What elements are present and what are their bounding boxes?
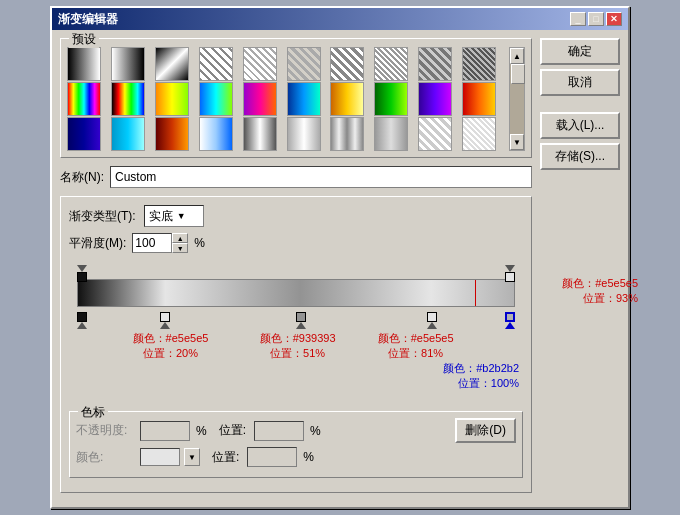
preset-content: ▲ ▼: [67, 47, 525, 151]
titlebar: 渐变编辑器 _ □ ✕: [52, 8, 628, 30]
smoothness-spin-arrows: ▲ ▼: [172, 233, 188, 253]
smoothness-spin-up[interactable]: ▲: [172, 233, 188, 243]
color-stop-100[interactable]: [505, 312, 515, 329]
preset-item-0[interactable]: [67, 47, 101, 81]
scroll-up-arrow[interactable]: ▲: [510, 48, 524, 64]
color-section-group: 色标 不透明度: % 位置: % 删除(D): [69, 411, 523, 478]
preset-item-25[interactable]: [287, 117, 321, 151]
opacity-unit: %: [196, 424, 207, 438]
preset-item-13[interactable]: [199, 82, 233, 116]
titlebar-buttons: _ □ ✕: [570, 12, 622, 26]
window-content: 预设 ▲ ▼ 名称(N):: [52, 30, 628, 507]
preset-item-10[interactable]: [67, 82, 101, 116]
scroll-thumb[interactable]: [511, 64, 525, 84]
name-row: 名称(N):: [60, 166, 532, 188]
color-swatch-arrow[interactable]: ▼: [184, 448, 200, 466]
stop-annotation-100: 颜色：#b2b2b2 位置：100%: [443, 361, 519, 391]
preset-item-4[interactable]: [243, 47, 277, 81]
smoothness-unit: %: [194, 236, 205, 250]
smoothness-input[interactable]: [132, 233, 172, 253]
preset-grid: [67, 47, 505, 151]
gradient-type-arrow: ▼: [177, 211, 186, 221]
gradient-editor-window: 渐变编辑器 _ □ ✕ 预设 ▲: [50, 6, 630, 509]
top-annotation: 颜色：#e5e5e5 位置：93%: [562, 276, 638, 306]
color-stop-20[interactable]: [160, 312, 170, 329]
maximize-button[interactable]: □: [588, 12, 604, 26]
color-stop-0[interactable]: [77, 312, 87, 329]
opacity-pos-input[interactable]: [254, 421, 304, 441]
ok-button[interactable]: 确定: [540, 38, 620, 65]
smoothness-spinbox: ▲ ▼: [132, 233, 188, 253]
color-stop-81[interactable]: [427, 312, 437, 329]
preset-item-16[interactable]: [330, 82, 364, 116]
preset-item-3[interactable]: [199, 47, 233, 81]
preset-item-18[interactable]: [418, 82, 452, 116]
color-pos-unit: %: [303, 450, 314, 464]
preset-item-19[interactable]: [462, 82, 496, 116]
preset-item-9[interactable]: [462, 47, 496, 81]
preset-item-14[interactable]: [243, 82, 277, 116]
preset-item-7[interactable]: [374, 47, 408, 81]
color-stops-area: [77, 307, 515, 331]
gradient-type-value: 实底: [149, 208, 173, 225]
preset-item-2[interactable]: [155, 47, 189, 81]
minimize-button[interactable]: _: [570, 12, 586, 26]
opacity-pos-unit: %: [310, 424, 321, 438]
preset-item-21[interactable]: [111, 117, 145, 151]
color-swatch[interactable]: [140, 448, 180, 466]
gradient-type-row: 渐变类型(T): 实底 ▼: [69, 205, 523, 227]
gradient-bar-container: 颜色：#e5e5e5 位置：20% 颜色：#939393 位置：51% 颜色：#…: [69, 261, 523, 381]
preset-item-22[interactable]: [155, 117, 189, 151]
gradient-preview[interactable]: [77, 279, 515, 307]
smoothness-spin-down[interactable]: ▼: [172, 243, 188, 253]
load-button[interactable]: 载入(L)...: [540, 112, 620, 139]
preset-item-6[interactable]: [330, 47, 364, 81]
preset-item-1[interactable]: [111, 47, 145, 81]
close-button[interactable]: ✕: [606, 12, 622, 26]
scroll-down-arrow[interactable]: ▼: [510, 134, 524, 150]
scroll-track: [510, 64, 524, 134]
preset-item-26[interactable]: [330, 117, 364, 151]
window-title: 渐变编辑器: [58, 11, 118, 28]
preset-group: 预设 ▲ ▼: [60, 38, 532, 158]
preset-item-23[interactable]: [199, 117, 233, 151]
color-form-row: 颜色: ▼ 位置: %: [76, 447, 516, 467]
preset-item-15[interactable]: [287, 82, 321, 116]
opacity-stops-area: [77, 261, 515, 279]
color-pos-input[interactable]: [247, 447, 297, 467]
stop-annotation-81: 颜色：#e5e5e5 位置：81%: [378, 331, 454, 361]
section-legend: 色标: [78, 404, 108, 421]
stop-annotation-20: 颜色：#e5e5e5 位置：20%: [133, 331, 209, 361]
color-stop-51[interactable]: [296, 312, 306, 329]
preset-item-27[interactable]: [374, 117, 408, 151]
preset-item-5[interactable]: [287, 47, 321, 81]
opacity-pos-label: 位置:: [219, 422, 246, 439]
preset-item-20[interactable]: [67, 117, 101, 151]
main-panel: 预设 ▲ ▼ 名称(N):: [60, 38, 532, 499]
preset-item-28[interactable]: [418, 117, 452, 151]
preset-item-12[interactable]: [155, 82, 189, 116]
preset-item-11[interactable]: [111, 82, 145, 116]
opacity-label: 不透明度:: [76, 422, 136, 439]
preset-item-24[interactable]: [243, 117, 277, 151]
opacity-form-row: 不透明度: % 位置: % 删除(D): [76, 418, 516, 443]
selected-stop-line: [475, 280, 476, 306]
gradient-type-select[interactable]: 实底 ▼: [144, 205, 204, 227]
name-label: 名称(N):: [60, 169, 104, 186]
preset-item-17[interactable]: [374, 82, 408, 116]
color-label: 颜色:: [76, 449, 136, 466]
preset-item-8[interactable]: [418, 47, 452, 81]
name-input[interactable]: [110, 166, 532, 188]
cancel-button[interactable]: 取消: [540, 69, 620, 96]
side-buttons: 确定 取消 载入(L)... 存储(S)...: [540, 38, 620, 499]
color-pos-label: 位置:: [212, 449, 239, 466]
opacity-input[interactable]: [140, 421, 190, 441]
save-button[interactable]: 存储(S)...: [540, 143, 620, 170]
preset-legend: 预设: [69, 31, 99, 48]
delete-button[interactable]: 删除(D): [455, 418, 516, 443]
preset-scrollbar: ▲ ▼: [509, 47, 525, 151]
smoothness-label: 平滑度(M):: [69, 235, 126, 252]
smoothness-row: 平滑度(M): ▲ ▼ %: [69, 233, 523, 253]
gradient-type-label: 渐变类型(T):: [69, 208, 136, 225]
preset-item-29[interactable]: [462, 117, 496, 151]
